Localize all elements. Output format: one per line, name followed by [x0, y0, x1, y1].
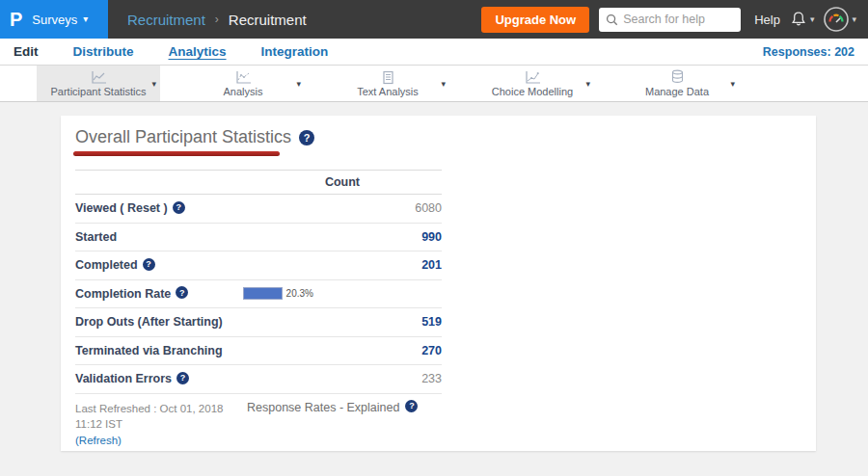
- response-rates-explained-label: Response Rates - Explained: [247, 401, 399, 414]
- responses-count[interactable]: Responses: 202: [763, 45, 854, 59]
- avatar: [824, 7, 849, 32]
- breadcrumb-current: Recruitment: [229, 12, 307, 28]
- account-menu[interactable]: ▾: [824, 7, 856, 32]
- nav-tab-integration[interactable]: Integration: [261, 44, 329, 59]
- surveys-menu-label: Surveys: [32, 13, 77, 27]
- logo-area: P Surveys ▾: [0, 0, 108, 39]
- toolbar-item-label: Manage Data: [645, 86, 709, 97]
- breadcrumb-parent[interactable]: Recruitment: [127, 12, 205, 28]
- nav-tab-analytics[interactable]: Analytics: [169, 44, 227, 59]
- toolbar-item-label: Text Analysis: [357, 86, 419, 97]
- nav-tab-distribute[interactable]: Distribute: [73, 44, 134, 59]
- toolbar-item-label: Participant Statistics: [50, 86, 146, 97]
- participant-statistics-panel: Overall Participant Statistics ? Count V…: [61, 116, 816, 451]
- completion-bar-fill: [243, 287, 283, 300]
- table-header-row: Count: [75, 170, 442, 195]
- breadcrumb: Recruitment › Recruitment: [127, 12, 307, 28]
- table-row-started: Started 990: [75, 224, 442, 252]
- red-annotation-underline: [73, 151, 280, 156]
- toolbar-item-text-analysis[interactable]: Text Analysis ▾: [326, 66, 449, 101]
- chevron-down-icon: ▾: [83, 14, 88, 24]
- line-chart-icon: [91, 70, 107, 85]
- reset-link[interactable]: ( Reset ): [120, 201, 167, 215]
- toolbar-item-choice-modelling[interactable]: Choice Modelling ▾: [471, 66, 594, 101]
- survey-nav: Edit Distribute Analytics Integration Re…: [0, 39, 868, 66]
- table-row-completed: Completed ? 201: [75, 251, 442, 280]
- chevron-down-icon[interactable]: ▾: [151, 79, 156, 89]
- row-label: Completion Rate: [75, 287, 171, 301]
- choice-chart-icon: [525, 70, 541, 85]
- table-footer: Last Refreshed : Oct 01, 2018 11:12 IST …: [75, 401, 490, 449]
- analytics-toolbar: Participant Statistics ▾ Analysis ▾ Text…: [0, 66, 868, 102]
- row-value: 270: [243, 344, 442, 357]
- surveys-menu[interactable]: Surveys ▾: [32, 13, 88, 27]
- breadcrumb-separator: ›: [215, 13, 219, 26]
- row-label: Drop Outs (After Starting): [75, 315, 223, 329]
- statistics-table: Count Viewed ( Reset ) ? 6080 Started 99…: [75, 170, 442, 394]
- chevron-down-icon: ▾: [810, 14, 815, 24]
- table-row-validation-errors: Validation Errors ? 233: [75, 365, 442, 394]
- table-row-completion-rate: Completion Rate ? 20.3%: [75, 280, 442, 309]
- toolbar-item-analysis[interactable]: Analysis ▾: [181, 66, 305, 101]
- table-row-terminated: Terminated via Branching 270: [75, 337, 442, 366]
- notifications-menu[interactable]: ▾: [790, 11, 815, 28]
- help-icon[interactable]: ?: [299, 130, 314, 145]
- bell-icon: [790, 11, 807, 28]
- document-icon: [381, 70, 395, 85]
- row-value: 6080: [243, 201, 442, 215]
- search-input[interactable]: [623, 13, 729, 26]
- upgrade-now-button[interactable]: Upgrade Now: [481, 7, 589, 33]
- help-icon[interactable]: ?: [173, 201, 185, 214]
- help-icon[interactable]: ?: [143, 258, 155, 271]
- chevron-down-icon[interactable]: ▾: [296, 79, 301, 89]
- row-value: 201: [243, 258, 442, 272]
- chevron-down-icon[interactable]: ▾: [441, 79, 446, 89]
- table-row-drop-outs: Drop Outs (After Starting) 519: [75, 308, 442, 337]
- questionpro-logo[interactable]: P: [10, 10, 22, 29]
- row-label: Started: [75, 230, 117, 244]
- help-search-box[interactable]: [599, 8, 741, 32]
- row-value: 233: [243, 372, 442, 385]
- help-icon[interactable]: ?: [176, 372, 189, 384]
- search-icon: [606, 13, 618, 26]
- chevron-down-icon: ▾: [852, 14, 856, 24]
- nav-tab-edit[interactable]: Edit: [14, 44, 39, 59]
- toolbar-item-participant-statistics[interactable]: Participant Statistics ▾: [37, 66, 160, 101]
- count-column-header: Count: [243, 175, 442, 189]
- topbar-right: Upgrade Now Help ▾: [481, 7, 868, 33]
- main-content: Overall Participant Statistics ? Count V…: [0, 102, 868, 476]
- row-label: Completed: [75, 258, 138, 272]
- help-icon[interactable]: ?: [176, 286, 188, 299]
- chevron-down-icon[interactable]: ▾: [585, 79, 590, 89]
- toolbar-item-manage-data[interactable]: Manage Data ▾: [615, 66, 739, 101]
- page-title: Overall Participant Statistics: [75, 127, 291, 147]
- row-label: Validation Errors: [75, 372, 172, 385]
- row-label: Viewed: [75, 201, 117, 215]
- toolbar-item-label: Analysis: [224, 86, 263, 97]
- top-bar: P Surveys ▾ Recruitment › Recruitment Up…: [0, 0, 868, 39]
- help-link[interactable]: Help: [754, 13, 780, 27]
- chevron-down-icon[interactable]: ▾: [730, 79, 735, 89]
- row-value: 519: [243, 315, 442, 329]
- row-value: 990: [243, 230, 442, 244]
- last-refreshed-text: Last Refreshed : Oct 01, 2018 11:12 IST: [75, 403, 223, 431]
- refresh-link[interactable]: (Refresh): [75, 435, 122, 446]
- toolbar-item-label: Choice Modelling: [492, 86, 573, 97]
- trend-chart-icon: [235, 70, 252, 85]
- table-row-viewed: Viewed ( Reset ) ? 6080: [75, 195, 442, 224]
- help-icon[interactable]: ?: [405, 400, 418, 412]
- completion-bar-label: 20.3%: [286, 288, 313, 299]
- row-label: Terminated via Branching: [75, 344, 223, 357]
- database-icon: [670, 70, 685, 85]
